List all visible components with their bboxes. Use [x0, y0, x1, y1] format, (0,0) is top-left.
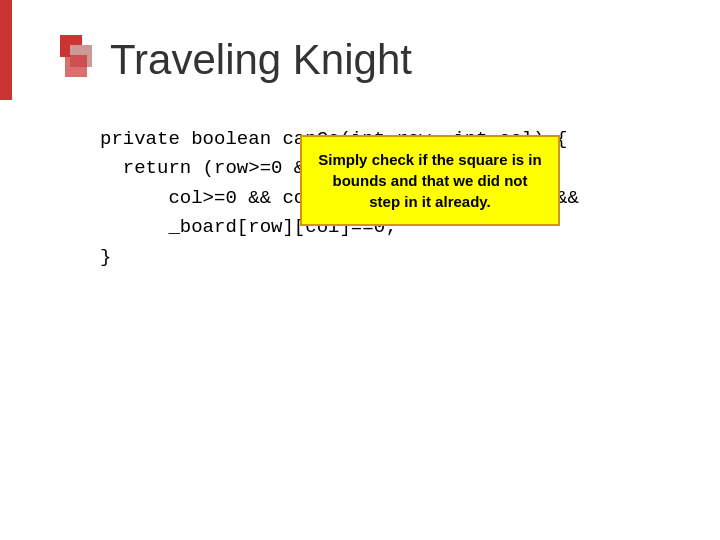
slide-title: Traveling Knight — [110, 36, 412, 84]
code-line-5: } — [100, 243, 680, 272]
tooltip-text: Simply check if the square is in bounds … — [318, 151, 541, 210]
title-area: Traveling Knight — [60, 35, 680, 85]
slide-container: Traveling Knight private boolean canGo(i… — [0, 0, 720, 540]
title-icon — [60, 35, 100, 85]
header-accent — [0, 0, 12, 100]
code-block: private boolean canGo(int row, int col) … — [100, 125, 680, 272]
tooltip-box: Simply check if the square is in bounds … — [300, 135, 560, 226]
